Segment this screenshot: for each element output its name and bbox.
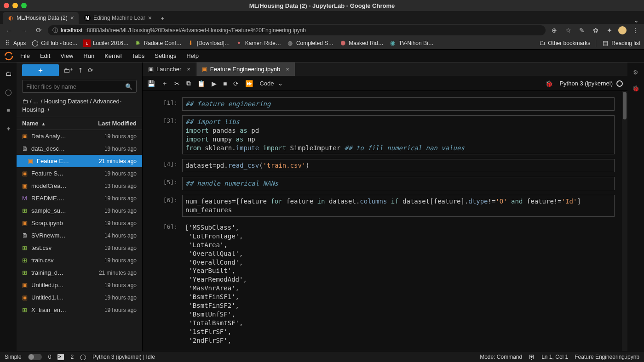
new-launcher-button[interactable]: ＋: [22, 64, 59, 76]
menu-help[interactable]: Help: [182, 51, 203, 61]
paste-icon[interactable]: 📋: [197, 80, 205, 87]
extension-icon[interactable]: ✿: [591, 27, 601, 34]
close-tab-icon[interactable]: ×: [70, 14, 74, 22]
back-button[interactable]: ←: [4, 27, 15, 34]
breadcrumb[interactable]: 🗀 / … / Housing Dataset / Advanced-Housi…: [17, 95, 142, 117]
browser-tab-active[interactable]: ◐ ML/Housing Data (2) ×: [3, 12, 79, 24]
file-row[interactable]: ▣Feature S…19 hours ago: [17, 167, 142, 180]
file-row[interactable]: ⊞test.csv19 hours ago: [17, 242, 142, 254]
other-bookmarks[interactable]: 🗀Other bookmarks: [538, 40, 590, 47]
file-row[interactable]: ⊞training_d…21 minutes ago: [17, 266, 142, 279]
cell-output: [6]:['MSSubClass', 'LotFrontage', 'LotAr…: [143, 221, 615, 346]
maximize-window-button[interactable]: [21, 3, 27, 8]
simple-mode-toggle[interactable]: [28, 354, 42, 360]
kernel-indicator[interactable]: Python 3 (ipykernel): [559, 80, 623, 87]
activity-bar: 🗀 ◯ ≡ ✦: [0, 62, 17, 351]
file-row[interactable]: ⊞X_train_en…19 hours ago: [17, 304, 142, 316]
menu-file[interactable]: File: [16, 51, 34, 61]
url-input[interactable]: ⓘ localhost:8888/lab/tree/ML/Housing%20D…: [48, 25, 546, 35]
new-folder-icon[interactable]: 🗀⁺: [63, 67, 73, 74]
jupyter-logo-icon[interactable]: [3, 50, 15, 62]
close-tab-icon[interactable]: ×: [148, 14, 152, 22]
apps-button[interactable]: ⠿Apps: [4, 40, 26, 47]
restart-icon[interactable]: ⟳: [233, 80, 239, 87]
file-filter-input[interactable]: 🔍: [22, 80, 137, 93]
browser-tabstrip: ◐ ML/Housing Data (2) × M Editing Machin…: [0, 11, 644, 24]
notebook-content[interactable]: [1]:## feature engineering[3]:## import …: [143, 91, 622, 351]
menu-run[interactable]: Run: [79, 51, 99, 61]
bookmark-item[interactable]: LLucifer 2016…: [83, 40, 129, 47]
bookmark-item[interactable]: ✺Radiate Conf…: [134, 40, 182, 47]
minimize-window-button[interactable]: [12, 3, 18, 8]
bookmark-item[interactable]: ⬢Masked Rid…: [339, 40, 383, 47]
terminal-icon[interactable]: >_: [58, 354, 64, 360]
running-terminals-icon[interactable]: ◯: [4, 87, 13, 96]
doc-tab-notebook[interactable]: ▣ Feature Engineering.ipynb ×: [196, 62, 295, 76]
run-all-icon[interactable]: ⏩: [245, 80, 253, 87]
save-icon[interactable]: 💾: [147, 80, 155, 87]
close-window-button[interactable]: [4, 3, 9, 8]
code-cell[interactable]: [6]:num_features=[feature for feature in…: [143, 195, 615, 217]
file-list-header[interactable]: Name▲ Last Modified: [17, 117, 142, 130]
property-inspector-icon[interactable]: ⚙: [633, 69, 638, 76]
file-row[interactable]: ▣Scrap.ipynb19 hours ago: [17, 217, 142, 229]
forward-button[interactable]: →: [18, 27, 29, 34]
file-row[interactable]: 🗎SVRnewm…14 hours ago: [17, 229, 142, 242]
new-tab-button[interactable]: ＋: [157, 13, 168, 24]
site-info-icon[interactable]: ⓘ: [52, 27, 58, 34]
code-cell[interactable]: [1]:## feature engineering: [143, 97, 615, 111]
close-tab-icon[interactable]: ×: [187, 66, 190, 73]
reload-button[interactable]: ⟳: [33, 26, 44, 34]
refresh-icon[interactable]: ⟳: [88, 67, 93, 74]
copy-icon[interactable]: ⧉: [186, 79, 191, 87]
upload-icon[interactable]: ⤒: [78, 67, 83, 74]
bookmark-item[interactable]: ◍Completed S…: [287, 40, 334, 47]
run-icon[interactable]: ▶: [212, 80, 217, 87]
file-row[interactable]: ⊞sample_su…19 hours ago: [17, 204, 142, 217]
file-row[interactable]: ▣Untitled1.i…19 hours ago: [17, 291, 142, 304]
file-browser-icon[interactable]: 🗀: [4, 69, 13, 78]
debugger-icon[interactable]: 🐞: [545, 80, 553, 87]
expand-tabs-icon[interactable]: ⌄: [631, 17, 641, 24]
chrome-menu-icon[interactable]: ⋮: [630, 27, 640, 34]
code-cell[interactable]: [4]:dataset=pd.read_csv('train.csv'): [143, 159, 615, 172]
menu-settings[interactable]: Settings: [150, 51, 181, 61]
zoom-icon[interactable]: ⊕: [549, 27, 559, 34]
bookmark-item[interactable]: ◯GitHub - buc…: [31, 40, 77, 47]
browser-tab[interactable]: M Editing Machine Lear ×: [80, 12, 156, 24]
file-row[interactable]: ▣Data Analy…19 hours ago: [17, 130, 142, 142]
extensions-icon[interactable]: ✦: [4, 124, 13, 133]
menu-view[interactable]: View: [56, 51, 78, 61]
toc-icon[interactable]: ≡: [4, 106, 13, 115]
file-row[interactable]: ▣Feature E…21 minutes ago: [17, 155, 142, 167]
file-modified: 13 hours ago: [104, 183, 137, 189]
extensions-puzzle-icon[interactable]: ✦: [604, 27, 615, 34]
bookmark-star-icon[interactable]: ☆: [563, 27, 573, 34]
menu-edit[interactable]: Edit: [35, 51, 55, 61]
trust-icon[interactable]: ⛨: [529, 353, 535, 361]
code-cell[interactable]: [3]:## import libs import pandas as pd i…: [143, 115, 615, 155]
file-row[interactable]: ⊞train.csv19 hours ago: [17, 254, 142, 266]
file-row[interactable]: ▣modelCrea…13 hours ago: [17, 180, 142, 192]
profile-avatar[interactable]: [618, 26, 627, 34]
debugger-panel-icon[interactable]: 🐞: [632, 85, 639, 92]
file-row[interactable]: MREADME.…19 hours ago: [17, 192, 142, 204]
stop-icon[interactable]: ■: [223, 80, 227, 87]
file-row[interactable]: 🗎data_desc…19 hours ago: [17, 142, 142, 155]
cut-icon[interactable]: ✂: [174, 80, 180, 87]
file-filter-field[interactable]: [26, 83, 125, 90]
reading-list[interactable]: ▤Reading list: [602, 40, 640, 47]
eyedropper-icon[interactable]: ✎: [577, 27, 587, 34]
menu-kernel[interactable]: Kernel: [100, 51, 126, 61]
menu-tabs[interactable]: Tabs: [127, 51, 149, 61]
bookmark-item[interactable]: ✦Kamen Ride…: [236, 40, 281, 47]
scrollbar[interactable]: [622, 91, 627, 351]
bookmark-item[interactable]: ◉TV-Nihon Bi…: [389, 40, 434, 47]
bookmark-item[interactable]: ⬇[Download]…: [187, 40, 230, 47]
cell-type-select[interactable]: Code ⌄: [259, 80, 282, 87]
insert-cell-icon[interactable]: ＋: [161, 79, 168, 88]
close-tab-icon[interactable]: ×: [286, 66, 289, 73]
doc-tab-launcher[interactable]: ▣ Launcher ×: [143, 62, 196, 76]
code-cell[interactable]: [5]:## handle numerical NANs: [143, 177, 615, 190]
file-row[interactable]: ▣Untitled.ip…19 hours ago: [17, 279, 142, 291]
